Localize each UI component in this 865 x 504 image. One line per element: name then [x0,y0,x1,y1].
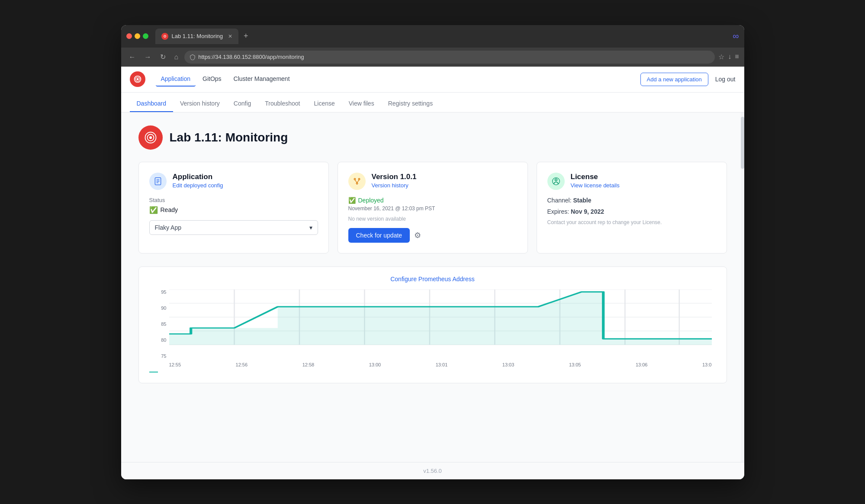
add-new-application-button[interactable]: Add a new application [640,73,708,86]
minimize-window-button[interactable] [135,33,140,39]
tab-license[interactable]: License [307,96,342,112]
nav-actions: ☆ ↓ ≡ [718,53,739,61]
tab-title: Lab 1.11: Monitoring [172,33,223,39]
traffic-lights [126,33,148,39]
view-license-details-link[interactable]: View license details [571,182,620,189]
license-card-title-group: License View license details [571,173,620,189]
app-header: Application GitOps Cluster Management Ad… [121,67,744,93]
application-status: ✅ Ready [149,206,318,214]
document-icon [154,177,162,186]
tab-troubleshoot[interactable]: Troubleshoot [258,96,307,112]
header-actions: Add a new application Log out [640,73,736,86]
maximize-window-button[interactable] [143,33,148,39]
logo-icon [133,75,142,83]
chart-x-labels: 12:55 12:56 12:58 13:00 13:01 13:03 13:0… [169,362,712,367]
version-card-title-group: Version 1.0.1 Version history [372,173,417,189]
no-update-text: No new version available [348,216,517,222]
svg-point-2 [149,136,151,138]
svg-line-12 [355,180,357,183]
application-card-icon [149,173,167,190]
license-channel: Channel: Stable [547,197,716,204]
license-card-title: License [571,173,620,181]
application-card-header: Application Edit deployed config [149,173,318,190]
chevron-down-icon: ▾ [309,224,312,231]
person-icon [552,177,560,186]
tab-registry-settings[interactable]: Registry settings [381,96,440,112]
check-for-update-button[interactable]: Check for update [348,228,410,243]
license-expires: Expires: Nov 9, 2022 [547,208,716,215]
home-button[interactable]: ⌂ [172,51,181,63]
app-title-row: Lab 1.11: Monitoring [138,125,727,150]
status-value: Ready [161,206,178,213]
chart-legend [149,372,716,372]
deployed-label: Deployed [358,197,384,204]
version-card-icon [348,173,366,190]
deployed-date: November 16, 2021 @ 12:03 pm PST [348,205,517,212]
settings-gear-icon[interactable]: ⚙ [414,231,421,240]
url-text: https://34.138.60.152:8800/app/monitorin… [198,54,304,60]
download-icon[interactable]: ↓ [728,53,731,61]
status-check-icon: ✅ [149,206,158,214]
version-history-link[interactable]: Version history [372,182,417,189]
chart-svg [169,289,712,359]
application-card-title-group: Application Edit deployed config [173,173,223,189]
close-window-button[interactable] [126,33,132,39]
bookmark-icon[interactable]: ☆ [718,53,724,61]
svg-point-10 [358,178,360,180]
footer-version: v1.56.0 [423,468,442,474]
license-card-icon [547,173,565,190]
status-label: Status [149,197,318,203]
reload-button[interactable]: ↻ [158,51,168,63]
scrollbar-track[interactable] [741,112,744,462]
address-bar[interactable]: https://34.138.60.152:8800/app/monitorin… [184,51,715,64]
shield-icon [190,54,196,60]
svg-point-9 [354,178,355,180]
nav-item-cluster-management[interactable]: Cluster Management [228,72,295,87]
application-card: Application Edit deployed config Status … [138,162,329,254]
prometheus-chart: 95 90 85 80 75 [154,289,712,367]
deployed-badge: ✅ Deployed [348,197,517,204]
edit-deployed-config-link[interactable]: Edit deployed config [173,182,223,189]
new-tab-button[interactable]: + [244,32,248,41]
tab-favicon: ⚙ [161,33,168,40]
svg-line-13 [357,180,359,183]
tab-config[interactable]: Config [227,96,258,112]
menu-icon[interactable]: ≡ [735,53,739,61]
main-content: Lab 1.11: Monitoring Applicat [121,112,744,462]
extension-icon: ∞ [733,31,739,41]
logout-button[interactable]: Log out [715,76,736,83]
nav-item-gitops[interactable]: GitOps [197,72,227,87]
chart-y-labels: 95 90 85 80 75 [154,289,167,359]
app-dropdown[interactable]: Flaky App ▾ [149,220,318,235]
application-card-title: Application [173,173,223,181]
svg-point-14 [555,179,557,181]
chart-area [169,289,712,359]
app-dropdown-value: Flaky App [155,224,181,231]
svg-point-11 [356,183,357,184]
version-card-title: Version 1.0.1 [372,173,417,181]
tab-version-history[interactable]: Version history [173,96,227,112]
nav-item-application[interactable]: Application [156,72,196,87]
tab-view-files[interactable]: View files [342,96,381,112]
svg-point-0 [136,78,138,80]
git-icon [353,177,361,186]
scrollbar-thumb[interactable] [741,117,744,169]
cards-row: Application Edit deployed config Status … [138,162,727,254]
app-logo [130,71,145,87]
configure-prometheus-link[interactable]: Configure Prometheus Address [149,276,716,282]
license-channel-value: Stable [573,197,591,204]
version-card: Version 1.0.1 Version history ✅ Deployed… [338,162,528,254]
license-note: Contact your account rep to change your … [547,219,716,225]
browser-tab[interactable]: ⚙ Lab 1.11: Monitoring ✕ [155,29,239,44]
tab-dashboard[interactable]: Dashboard [130,96,174,112]
license-card: License View license details Channel: St… [537,162,727,254]
forward-button[interactable]: → [142,51,154,63]
page-footer: v1.56.0 [121,462,744,479]
tab-close-button[interactable]: ✕ [228,33,232,39]
license-expires-value: Nov 9, 2022 [571,208,604,215]
legend-line-icon [149,372,158,372]
chart-section: Configure Prometheus Address 95 90 85 80… [138,266,727,383]
version-card-header: Version 1.0.1 Version history [348,173,517,190]
back-button[interactable]: ← [126,51,138,63]
app-logo-large-icon [144,131,157,144]
